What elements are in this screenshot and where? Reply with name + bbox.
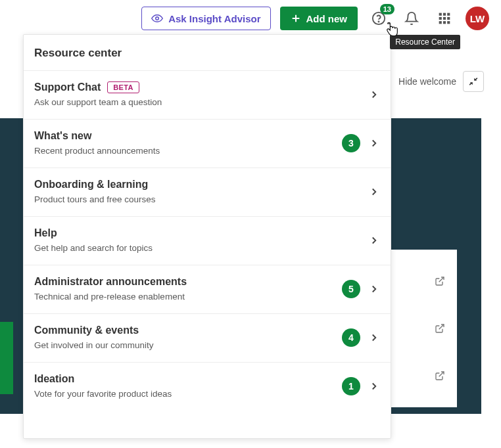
tooltip: Resource Center <box>390 35 460 49</box>
svg-point-4 <box>378 21 379 22</box>
resource-item-onboarding[interactable]: Onboarding & learning Product tours and … <box>24 168 391 216</box>
item-title-label: Help <box>34 227 57 239</box>
add-label: Add new <box>306 13 348 24</box>
item-subtitle: Recent product announcements <box>34 146 334 156</box>
svg-rect-6 <box>443 13 446 16</box>
external-link-icon[interactable] <box>435 370 445 381</box>
chevron-right-icon <box>368 186 380 198</box>
svg-rect-7 <box>447 13 450 16</box>
avatar-initials: LW <box>470 13 485 24</box>
resource-item-help[interactable]: Help Get help and search for topics <box>24 216 391 265</box>
svg-line-15 <box>439 325 444 329</box>
item-text: Administrator announcements Technical an… <box>34 276 334 302</box>
svg-rect-9 <box>443 17 446 20</box>
app-grid-icon <box>438 12 451 25</box>
avatar[interactable]: LW <box>465 7 489 30</box>
plus-icon <box>291 13 301 24</box>
ask-label: Ask Insight Advisor <box>168 13 260 24</box>
help-badge: 13 <box>380 4 394 14</box>
svg-line-16 <box>439 372 444 376</box>
item-title-label: Community & events <box>34 325 139 336</box>
hide-welcome-row: Hide welcome <box>398 71 484 92</box>
svg-rect-5 <box>439 13 442 16</box>
item-subtitle: Vote for your favorite product ideas <box>34 389 334 399</box>
item-subtitle: Get help and search for topics <box>34 243 360 253</box>
add-new-button[interactable]: Add new <box>280 7 358 30</box>
count-badge: 1 <box>342 377 360 395</box>
item-subtitle: Ask our support team a question <box>34 97 360 107</box>
svg-rect-11 <box>439 21 442 24</box>
item-subtitle: Product tours and free courses <box>34 194 360 204</box>
panel-title: Resource center <box>24 35 391 70</box>
item-title-label: Onboarding & learning <box>34 179 148 190</box>
chevron-right-icon <box>368 283 380 295</box>
count-badge: 4 <box>342 328 360 347</box>
collapse-button[interactable] <box>463 71 484 92</box>
item-text: Help Get help and search for topics <box>34 227 360 253</box>
svg-rect-13 <box>447 21 450 24</box>
resource-item-admin-announcements[interactable]: Administrator announcements Technical an… <box>24 265 391 313</box>
beta-badge: BETA <box>107 81 139 93</box>
resource-item-ideation[interactable]: Ideation Vote for your favorite product … <box>24 362 391 411</box>
collapse-icon <box>469 77 478 86</box>
resource-item-whats-new[interactable]: What's new Recent product announcements … <box>24 119 391 168</box>
bell-icon <box>404 11 419 26</box>
top-bar: Ask Insight Advisor Add new 13 LW <box>0 0 501 37</box>
eye-insight-icon <box>151 12 163 24</box>
ask-insight-advisor-button[interactable]: Ask Insight Advisor <box>141 7 270 30</box>
item-text: Onboarding & learning Product tours and … <box>34 179 360 204</box>
svg-rect-10 <box>447 17 450 20</box>
item-title-label: Ideation <box>34 373 74 385</box>
svg-line-14 <box>439 277 444 282</box>
hide-welcome-label: Hide welcome <box>398 76 456 87</box>
item-text: Community & events Get involved in our c… <box>34 325 334 350</box>
chevron-right-icon <box>368 332 380 344</box>
svg-point-0 <box>156 17 159 20</box>
count-badge: 5 <box>342 280 360 298</box>
chevron-right-icon <box>368 137 380 149</box>
panel-body[interactable]: Support Chat BETA Ask our support team a… <box>24 70 391 438</box>
hero-accent <box>0 322 13 394</box>
chevron-right-icon <box>368 235 380 246</box>
item-subtitle: Technical and pre-release enablement <box>34 292 334 302</box>
chevron-right-icon <box>368 89 380 101</box>
external-link-icon[interactable] <box>435 323 445 334</box>
help-button[interactable]: 13 <box>367 7 391 30</box>
apps-button[interactable] <box>433 7 456 30</box>
hero-card <box>391 250 457 407</box>
item-subtitle: Get involved in our community <box>34 340 334 350</box>
item-title-label: What's new <box>34 130 91 142</box>
item-title-label: Administrator announcements <box>34 276 187 288</box>
notifications-button[interactable] <box>400 7 423 30</box>
resource-item-support-chat[interactable]: Support Chat BETA Ask our support team a… <box>24 70 391 119</box>
resource-item-community[interactable]: Community & events Get involved in our c… <box>24 313 391 362</box>
item-text: Support Chat BETA Ask our support team a… <box>34 81 360 107</box>
count-badge: 3 <box>342 134 360 152</box>
resource-center-panel: Resource center Support Chat BETA Ask ou… <box>23 34 391 439</box>
item-text: Ideation Vote for your favorite product … <box>34 373 334 399</box>
svg-rect-12 <box>443 21 446 24</box>
external-link-icon[interactable] <box>435 276 445 286</box>
chevron-right-icon <box>368 380 380 392</box>
item-text: What's new Recent product announcements <box>34 130 334 156</box>
svg-rect-8 <box>439 17 442 20</box>
item-title-label: Support Chat <box>34 81 101 93</box>
